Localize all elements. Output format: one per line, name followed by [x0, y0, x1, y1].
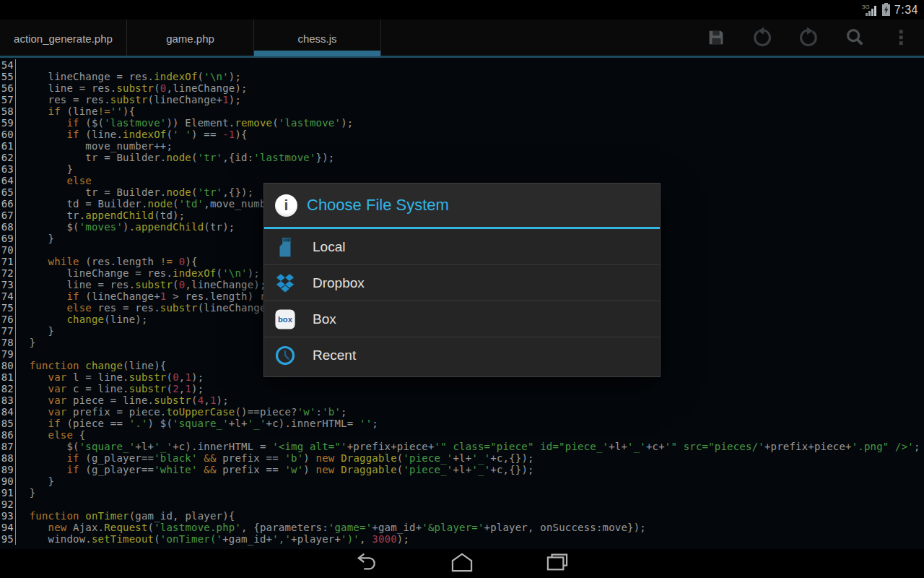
- tab-bar: action_generate.phpgame.phpchess.js: [0, 20, 924, 58]
- line-number: 90: [0, 475, 16, 487]
- code-line: 90 }: [0, 475, 924, 487]
- code-line: 94 new Ajax.Request('lastmove.php', {par…: [0, 522, 924, 533]
- navigation-bar: [0, 549, 924, 578]
- line-number: 59: [0, 117, 16, 129]
- tab-chess.js[interactable]: chess.js: [254, 20, 381, 58]
- line-number: 89: [0, 464, 16, 475]
- sd-card-icon: [274, 236, 296, 258]
- code-text: move_number++;: [23, 140, 173, 152]
- line-number: 63: [0, 163, 16, 175]
- line-number: 87: [0, 441, 16, 452]
- search-button[interactable]: [832, 20, 878, 58]
- code-line: 63 }: [0, 163, 924, 175]
- code-line: 58 if (line!=''){: [0, 105, 924, 117]
- undo-icon: [751, 27, 773, 51]
- code-line: 56 line = res.substr(0,lineChange);: [0, 82, 924, 94]
- code-text: }: [23, 487, 35, 499]
- home-button[interactable]: [449, 552, 475, 575]
- code-text: $('moves').appendChild(tr);: [23, 221, 235, 233]
- line-number: 84: [0, 406, 16, 418]
- line-number: 69: [0, 233, 16, 244]
- code-text: function change(line){: [23, 360, 167, 371]
- save-button[interactable]: [693, 20, 739, 58]
- undo-button[interactable]: [739, 20, 785, 58]
- code-text: $('square_'+l+'_'+c).innerHTML = '<img a…: [23, 441, 920, 452]
- line-number: 74: [0, 290, 16, 302]
- line-number: 66: [0, 198, 16, 210]
- status-bar: 3G 7:34: [0, 0, 924, 20]
- line-number: 82: [0, 383, 16, 394]
- code-text: if (g_player=='black' && prefix == 'b') …: [23, 452, 534, 464]
- overflow-menu-icon: [891, 27, 911, 51]
- code-text: line = res.substr(0,lineChange);: [23, 279, 266, 290]
- code-text: lineChange = res.indexOf('\n');: [23, 71, 241, 82]
- line-number: 85: [0, 418, 16, 429]
- battery-charging-icon: [881, 3, 891, 17]
- code-line: 59 if ($('lastmove')) Element.remove('la…: [0, 117, 924, 129]
- code-text: while (res.length != 0){: [23, 256, 198, 267]
- file-system-item-recent[interactable]: Recent: [264, 337, 660, 373]
- file-system-item-dropbox[interactable]: Dropbox: [264, 264, 660, 301]
- file-system-item-box[interactable]: boxBox: [264, 301, 660, 337]
- recents-button[interactable]: [544, 552, 570, 575]
- code-line: 88 if (g_player=='black' && prefix == 'b…: [0, 452, 924, 464]
- file-system-item-label: Box: [313, 311, 336, 327]
- code-line: 89 if (g_player=='white' && prefix == 'w…: [0, 464, 924, 475]
- line-number: 95: [0, 533, 16, 545]
- redo-button[interactable]: [785, 20, 832, 58]
- file-system-list: LocalDropboxboxBoxRecent: [264, 229, 660, 373]
- tab-action_generate.php[interactable]: action_generate.php: [0, 20, 127, 58]
- clock-time: 7:34: [894, 4, 918, 17]
- signal-3g-icon: 3G: [860, 3, 878, 17]
- code-line: 91 }: [0, 487, 924, 499]
- line-number: 88: [0, 452, 16, 464]
- code-text: res = res.substr(lineChange+1);: [23, 94, 241, 105]
- code-line: 62 tr = Builder.node('tr',{id:'lastmove'…: [0, 152, 924, 163]
- code-text: function onTimer(gam_id, player){: [23, 510, 235, 522]
- line-number: 54: [0, 59, 16, 71]
- line-number: 79: [0, 348, 16, 360]
- code-text: change(line);: [23, 314, 148, 325]
- tab-label: action_generate.php: [14, 33, 113, 45]
- tab-game.php[interactable]: game.php: [127, 20, 254, 58]
- overflow-menu-button[interactable]: [878, 20, 924, 58]
- code-line: 95 window.setTimeout('onTimer('+gam_id+'…: [0, 533, 924, 545]
- line-number: 62: [0, 152, 16, 163]
- action-bar: [693, 20, 924, 58]
- code-text: else {: [23, 429, 85, 441]
- line-number: 83: [0, 394, 16, 406]
- recents-icon: [546, 552, 569, 575]
- code-text: window.setTimeout('onTimer('+gam_id+','+…: [23, 533, 409, 545]
- line-number: 71: [0, 256, 16, 267]
- home-icon: [450, 552, 474, 575]
- save-icon: [706, 27, 726, 51]
- line-number: 94: [0, 522, 16, 533]
- line-number: 55: [0, 71, 16, 82]
- code-line: 87 $('square_'+l+'_'+c).innerHTML = '<im…: [0, 441, 924, 452]
- code-text: if (g_player=='white' && prefix == 'w') …: [23, 464, 534, 475]
- back-button[interactable]: [354, 552, 380, 575]
- code-text: }: [23, 325, 54, 337]
- code-text: tr.appendChild(td);: [23, 210, 185, 221]
- line-number: 77: [0, 325, 16, 337]
- line-number: 61: [0, 140, 16, 152]
- code-line: 57 res = res.substr(lineChange+1);: [0, 94, 924, 105]
- tab-label: game.php: [166, 33, 214, 45]
- code-text: }: [23, 337, 35, 348]
- search-icon: [844, 27, 866, 51]
- code-line: 61 move_number++;: [0, 140, 924, 152]
- line-number: 56: [0, 82, 16, 94]
- code-text: else: [23, 175, 92, 186]
- line-number: 67: [0, 210, 16, 221]
- line-number: 68: [0, 221, 16, 233]
- code-text: line = res.substr(0,lineChange);: [23, 82, 248, 94]
- code-line: 60 if (line.indexOf(' ') == -1){: [0, 129, 924, 140]
- code-text: if (line!=''){: [23, 105, 135, 117]
- code-text: tr = Builder.node('tr',{id:'lastmove'});: [23, 152, 334, 163]
- clock-icon: [274, 345, 296, 366]
- svg-text:box: box: [278, 315, 293, 324]
- code-text: if (line.indexOf(' ') == -1){: [23, 129, 248, 140]
- line-number: 93: [0, 510, 16, 522]
- code-text: var c = line.substr(2,1);: [23, 383, 204, 394]
- file-system-item-local[interactable]: Local: [264, 229, 660, 264]
